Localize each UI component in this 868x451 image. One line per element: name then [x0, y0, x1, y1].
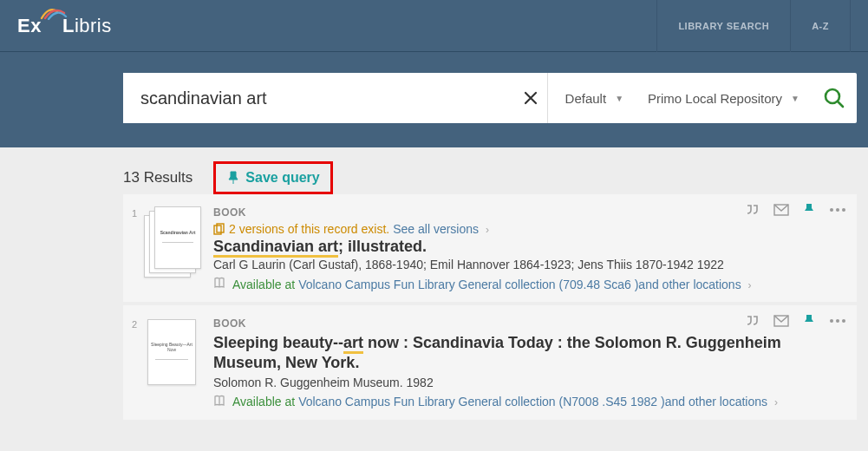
pin-icon: [226, 171, 240, 185]
versions-line: 2 versions of this record exist. See all…: [213, 222, 845, 236]
nav-library-search[interactable]: LIBRARY SEARCH: [656, 0, 791, 52]
more-button[interactable]: [829, 207, 846, 212]
caret-down-icon: ▼: [791, 94, 799, 103]
result-index: 1: [132, 206, 144, 291]
versions-text: 2 versions of this record exist.: [229, 222, 389, 236]
result-title[interactable]: Sleeping beauty--art now : Scandinavia T…: [213, 333, 845, 374]
logo-suffix: ibris: [75, 15, 112, 37]
app-header: Ex L ibris LIBRARY SEARCH A-Z: [0, 0, 868, 52]
search-icon: [823, 87, 845, 109]
result-actions: [746, 314, 846, 328]
svg-point-10: [836, 319, 839, 323]
availability-line: Available at Volcano Campus Fun Library …: [213, 277, 845, 291]
title-rest: ; illustrated.: [338, 238, 427, 255]
quote-icon: [746, 315, 760, 327]
results-header: 13 Results Save query: [123, 147, 857, 194]
mail-icon: [773, 204, 789, 216]
pin-icon: [803, 203, 815, 217]
available-label: Available at: [232, 278, 295, 291]
result-thumbnail[interactable]: Scandinavian Art: [144, 206, 201, 281]
scope-repository-select[interactable]: Primo Local Repository ▼: [636, 73, 812, 123]
save-query-button[interactable]: Save query: [213, 161, 332, 194]
book-icon: [213, 395, 225, 409]
result-item: 1 Scandinavian Art BOOK 2 versions of th…: [123, 194, 857, 302]
result-actions: [746, 203, 846, 217]
search-input[interactable]: [123, 73, 515, 123]
available-label: Available at: [232, 395, 295, 409]
pin-icon: [803, 314, 815, 328]
svg-point-6: [836, 208, 839, 212]
svg-line-1: [838, 101, 843, 107]
chevron-right-icon: ›: [486, 224, 489, 236]
nav-links: LIBRARY SEARCH A-Z: [656, 0, 851, 52]
title-highlight: Scandinavian art: [213, 238, 338, 258]
close-icon: [524, 91, 538, 105]
search-region: Default ▼ Primo Local Repository ▼: [0, 52, 868, 147]
svg-point-11: [842, 319, 845, 323]
availability-line: Available at Volcano Campus Fun Library …: [213, 395, 845, 409]
result-body: BOOK Sleeping beauty--art now : Scandina…: [213, 317, 845, 409]
cite-button[interactable]: [746, 204, 760, 216]
chevron-right-icon: ›: [774, 396, 778, 409]
scope-default-label: Default: [565, 91, 607, 106]
logo-arc-icon: [40, 3, 68, 13]
book-icon: [213, 277, 225, 291]
title-pre: Sleeping beauty--: [213, 334, 343, 351]
logo-prefix: Ex: [17, 15, 42, 37]
scope-repository-label: Primo Local Repository: [648, 91, 782, 106]
quote-icon: [746, 204, 760, 216]
email-button[interactable]: [773, 315, 789, 327]
result-authors: Solomon R. Guggenheim Museum. 1982: [213, 376, 845, 389]
cite-button[interactable]: [746, 315, 760, 327]
ellipsis-icon: [829, 207, 846, 212]
search-button[interactable]: [812, 73, 857, 123]
location-link[interactable]: Volcano Campus Fun Library General colle…: [298, 395, 778, 409]
title-highlight: art: [343, 334, 363, 354]
logo: Ex L ibris: [17, 15, 112, 37]
mail-icon: [773, 315, 789, 327]
save-query-label: Save query: [245, 170, 319, 186]
pin-button[interactable]: [803, 203, 815, 217]
pin-button[interactable]: [803, 314, 815, 328]
svg-point-9: [830, 319, 833, 323]
result-body: BOOK 2 versions of this record exist. Se…: [213, 206, 845, 291]
svg-point-7: [842, 208, 845, 212]
result-authors: Carl G Laurin (Carl Gustaf), 1868-1940; …: [213, 258, 845, 271]
search-bar: Default ▼ Primo Local Repository ▼: [123, 73, 857, 123]
location-link[interactable]: Volcano Campus Fun Library General colle…: [298, 278, 751, 291]
result-item: 2 Sleeping Beauty—Art Now BOOK Sleeping …: [123, 305, 857, 420]
more-button[interactable]: [829, 318, 846, 324]
see-all-versions-link[interactable]: See all versions ›: [393, 222, 489, 236]
result-thumbnail[interactable]: Sleeping Beauty—Art Now: [144, 317, 201, 392]
email-button[interactable]: [773, 204, 789, 216]
result-index: 2: [132, 317, 144, 409]
chevron-right-icon: ›: [748, 279, 752, 291]
copies-icon: [213, 223, 225, 235]
result-title[interactable]: Scandinavian art; illustrated.: [213, 238, 845, 256]
nav-a-z[interactable]: A-Z: [791, 0, 851, 52]
scope-default-select[interactable]: Default ▼: [553, 73, 636, 123]
clear-search-button[interactable]: [515, 73, 548, 123]
caret-down-icon: ▼: [615, 94, 623, 103]
results-count: 13 Results: [123, 169, 193, 186]
svg-point-5: [830, 208, 833, 212]
ellipsis-icon: [829, 318, 846, 324]
